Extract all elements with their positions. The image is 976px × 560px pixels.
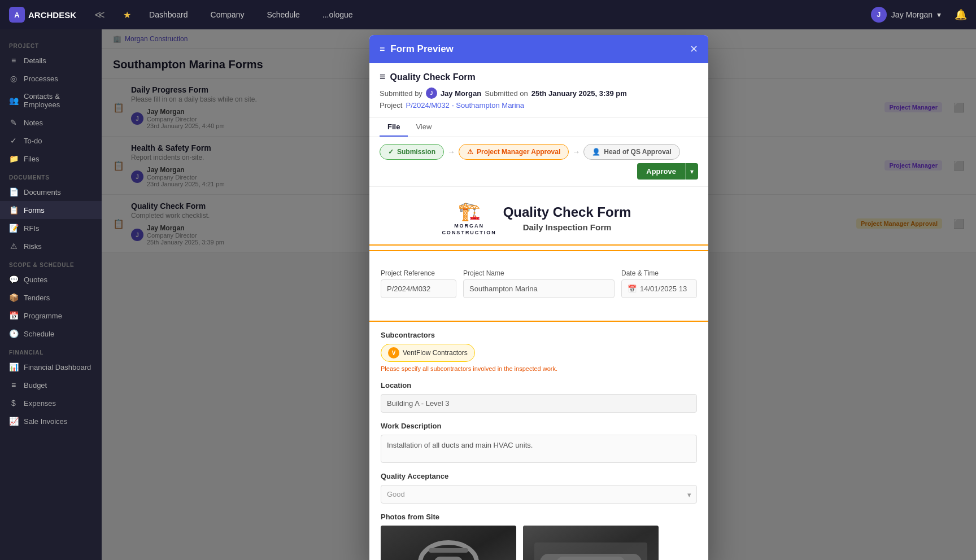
- nav-catalogue[interactable]: ...ologue: [318, 8, 358, 21]
- financial-dashboard-icon: 📊: [9, 362, 18, 371]
- tab-file[interactable]: File: [380, 118, 408, 137]
- modal-title: Form Preview: [390, 43, 684, 55]
- todo-icon: ✓: [9, 136, 18, 145]
- nav-dashboard[interactable]: Dashboard: [145, 8, 193, 21]
- sidebar-item-label: Notes: [24, 119, 43, 127]
- sidebar-item-rfis[interactable]: 📝 RFIs: [0, 219, 102, 237]
- sidebar-documents-label: DOCUMENTS: [0, 168, 102, 183]
- user-menu[interactable]: J Jay Morgan ▾: [871, 7, 941, 23]
- modal-close-button[interactable]: ✕: [690, 43, 698, 55]
- step-label: Head of QS Approval: [604, 148, 672, 156]
- photo-thumbnail: [381, 526, 516, 560]
- sidebar-item-label: Processes: [24, 75, 58, 83]
- sidebar-item-label: Programme: [24, 312, 62, 320]
- step-user-icon: 👤: [592, 148, 600, 156]
- sidebar-item-label: Documents: [24, 188, 61, 196]
- sidebar-item-label: Schedule: [24, 330, 54, 338]
- sidebar-item-contacts[interactable]: 👥 Contacts & Employees: [0, 88, 102, 113]
- project-name-input[interactable]: Southampton Marina: [463, 279, 615, 298]
- work-description-section: Work Description Installation of all duc…: [369, 422, 708, 472]
- sidebar-item-sale-invoices[interactable]: 📈 Sale Invoices: [0, 412, 102, 430]
- form-heading: Quality Check Form: [503, 204, 631, 220]
- sidebar-item-documents[interactable]: 📄 Documents: [0, 183, 102, 201]
- star-icon[interactable]: ★: [123, 10, 131, 20]
- submit-date: 25th January 2025, 3:39 pm: [531, 89, 627, 98]
- notification-bell-icon[interactable]: 🔔: [955, 8, 967, 21]
- sidebar-item-label: Tenders: [24, 294, 50, 302]
- workflow-step-qs-approval: 👤 Head of QS Approval: [583, 144, 680, 160]
- location-input[interactable]: Building A - Level 3: [381, 394, 697, 413]
- submitter-name: Jay Morgan: [441, 89, 481, 98]
- contacts-icon: 👥: [9, 96, 18, 105]
- main-content: 🏢 Morgan Construction Southampton Marina…: [102, 29, 976, 560]
- expenses-icon: $: [9, 399, 18, 408]
- photo-2: [523, 526, 659, 560]
- svg-rect-2: [434, 557, 463, 560]
- modal-body: ≡ Quality Check Form Submitted by J Jay …: [369, 63, 708, 560]
- sidebar-item-schedule[interactable]: 🕐 Schedule: [0, 325, 102, 343]
- form-main-title: Quality Check Form Daily Inspection Form: [503, 204, 631, 232]
- workflow-step-submission: ✓ Submission: [380, 144, 444, 160]
- subcontractor-tag: V VentFlow Contractors: [381, 344, 475, 362]
- sidebar-item-label: Risks: [24, 242, 42, 251]
- sidebar-item-budget[interactable]: ≡ Budget: [0, 376, 102, 394]
- forms-icon: 📋: [9, 205, 18, 215]
- app-name: ARCHDESK: [28, 10, 76, 20]
- sidebar-item-todo[interactable]: ✓ To-do: [0, 132, 102, 150]
- workflow-step-pm-approval: ⚠ Project Manager Approval: [459, 144, 569, 160]
- select-chevron-icon: ▾: [687, 490, 691, 498]
- collapse-button[interactable]: ≪: [94, 8, 105, 21]
- location-section: Location Building A - Level 3: [369, 381, 708, 422]
- nav-company[interactable]: Company: [206, 8, 249, 21]
- sidebar-item-risks[interactable]: ⚠ Risks: [0, 237, 102, 255]
- submitter-avatar: J: [426, 88, 437, 99]
- calendar-icon: 📅: [628, 285, 637, 293]
- form-content: 🏗️ MORGAN CONSTRUCTION Quality Check For…: [369, 187, 708, 560]
- photo-1: [381, 526, 516, 560]
- work-desc-input[interactable]: Installation of all ducts and main HVAC …: [381, 435, 697, 463]
- budget-icon: ≡: [9, 380, 18, 390]
- field-project-reference: Project Reference P/2024/M032: [381, 269, 456, 298]
- sidebar-item-label: To-do: [24, 137, 42, 145]
- logo-icon: A: [9, 7, 25, 23]
- tab-view[interactable]: View: [408, 118, 439, 137]
- sidebar-item-label: Forms: [24, 206, 45, 215]
- sidebar-item-details[interactable]: ≡ Details: [0, 51, 102, 69]
- step-label: Project Manager Approval: [477, 148, 560, 156]
- field-label: Project Name: [463, 269, 615, 277]
- sidebar-item-quotes[interactable]: 💬 Quotes: [0, 270, 102, 288]
- photos-label: Photos from Site: [381, 513, 697, 521]
- form-preview-modal: ≡ Form Preview ✕ ≡ Quality Check Form: [369, 35, 708, 560]
- rfis-icon: 📝: [9, 224, 18, 233]
- sidebar-financial-label: FINANCIAL: [0, 343, 102, 358]
- form-subheading: Daily Inspection Form: [503, 222, 631, 232]
- project-reference-input[interactable]: P/2024/M032: [381, 279, 456, 298]
- processes-icon: ◎: [9, 74, 18, 83]
- form-header-info: ≡ Quality Check Form Submitted by J Jay …: [369, 63, 708, 118]
- sidebar-item-expenses[interactable]: $ Expenses: [0, 394, 102, 412]
- sidebar-item-notes[interactable]: ✎ Notes: [0, 113, 102, 132]
- quotes-icon: 💬: [9, 275, 18, 284]
- sidebar-item-tenders[interactable]: 📦 Tenders: [0, 288, 102, 307]
- approve-button[interactable]: Approve: [637, 163, 685, 180]
- subcontractors-label: Subcontractors: [381, 331, 697, 339]
- step-warning-icon: ⚠: [467, 148, 473, 156]
- sidebar-item-forms[interactable]: 📋 Forms: [0, 201, 102, 219]
- date-time-input[interactable]: 📅 14/01/2025 13: [621, 279, 697, 298]
- sidebar-item-label: Financial Dashboard: [24, 363, 91, 371]
- project-link[interactable]: P/2024/M032 - Southampton Marina: [406, 101, 524, 110]
- quality-select[interactable]: Good ▾: [381, 485, 697, 504]
- form-fields-row: Project Reference P/2024/M032 Project Na…: [369, 260, 708, 316]
- app-logo: A ARCHDESK: [9, 7, 76, 23]
- form-list-icon: ≡: [380, 71, 386, 83]
- sidebar-item-programme[interactable]: 📅 Programme: [0, 307, 102, 325]
- sidebar-item-processes[interactable]: ◎ Processes: [0, 69, 102, 88]
- field-label: Date & Time: [621, 269, 697, 277]
- sidebar-item-files[interactable]: 📁 Files: [0, 150, 102, 168]
- sidebar-item-financial-dashboard[interactable]: 📊 Financial Dashboard: [0, 358, 102, 376]
- approve-dropdown-button[interactable]: ▾: [685, 163, 698, 180]
- sidebar-item-label: Quotes: [24, 275, 47, 284]
- quality-label: Quality Acceptance: [381, 472, 697, 480]
- nav-schedule[interactable]: Schedule: [262, 8, 304, 21]
- sidebar-item-label: Files: [24, 155, 39, 163]
